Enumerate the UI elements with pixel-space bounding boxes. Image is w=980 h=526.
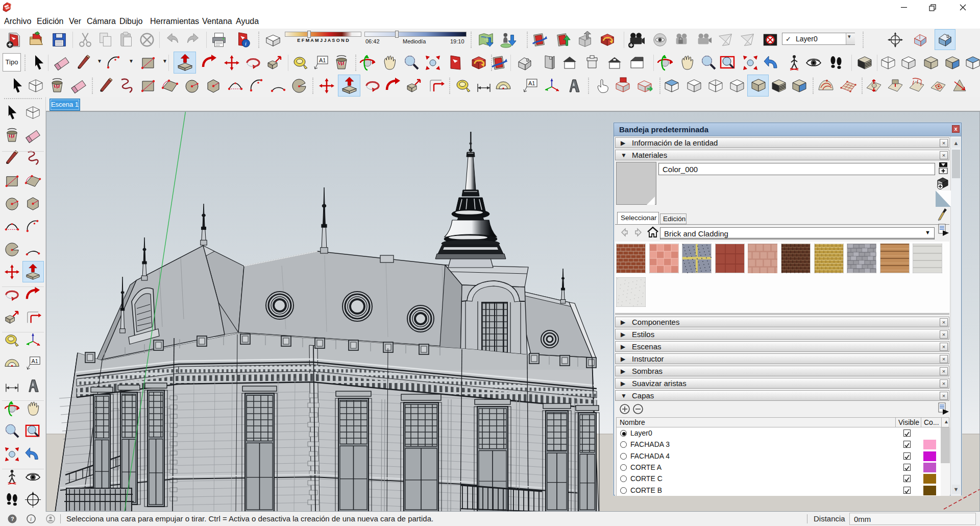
svg-text:?: ? bbox=[11, 516, 14, 522]
svg-text:i: i bbox=[30, 516, 32, 522]
